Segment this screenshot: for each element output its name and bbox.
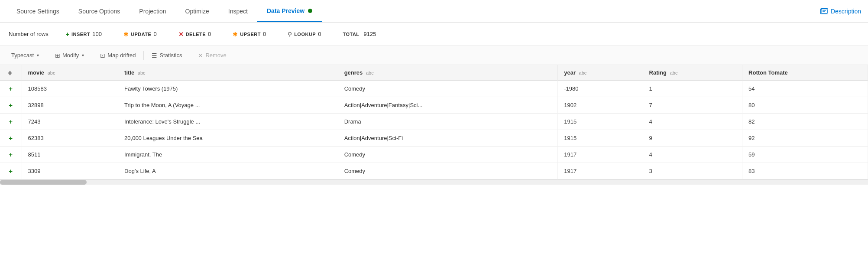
delete-key: DELETE [186,32,206,37]
total-key: TOTAL [343,32,359,37]
update-stat: ✱ UPDATE 0 [123,31,157,38]
cell-rotten: 82 [742,114,868,130]
col-header-rotten[interactable]: Rotton Tomate [742,65,868,81]
typecast-button[interactable]: Typecast ▾ [7,50,43,60]
insert-key: INSERT [71,32,90,37]
scroll-thumb[interactable] [0,180,87,185]
cell-rotten: 83 [742,163,868,179]
modify-button[interactable]: ⊞ Modify ▾ [51,50,88,61]
cell-year: -1980 [558,81,643,97]
nav-inspect[interactable]: Inspect [219,0,257,22]
typecast-chevron-icon: ▾ [37,53,39,58]
cell-year: 1917 [558,163,643,179]
nav-source-settings[interactable]: Source Settings [7,0,69,22]
description-button[interactable]: Description [820,8,861,15]
row-insert-icon: + [9,85,13,92]
col-title-type: abc [138,70,146,75]
cell-genres: Comedy [338,147,558,163]
typecast-label: Typecast [11,52,34,59]
cell-movie: 3309 [22,163,118,179]
insert-val: 100 [92,31,102,37]
table-row: +32898Trip to the Moon, A (Voyage ...Act… [0,97,868,114]
update-icon: ✱ [123,31,129,38]
toolbar-divider-4 [190,51,190,60]
row-action-cell[interactable]: + [0,147,22,163]
col-movie-type: abc [48,70,55,75]
cell-movie: 7243 [22,114,118,130]
svg-rect-0 [821,9,827,13]
row-action-cell[interactable]: + [0,163,22,179]
cell-title: 20,000 Leagues Under the Sea [118,130,338,147]
map-drifted-label: Map drifted [107,52,136,59]
horizontal-scrollbar[interactable] [0,179,868,185]
col-header-genres[interactable]: genres abc [338,65,558,81]
remove-button[interactable]: ✕ Remove [194,50,230,61]
cell-title: Intolerance: Love's Struggle ... [118,114,338,130]
update-val: 0 [153,31,156,37]
cell-movie: 8511 [22,147,118,163]
toolbar-divider-3 [143,51,144,60]
update-key: UPDATE [131,32,151,37]
map-drifted-button[interactable]: ⊡ Map drifted [96,50,140,61]
cell-rating: 3 [643,163,742,179]
insert-stat: + INSERT 100 [66,31,102,38]
cell-rating: 7 [643,97,742,114]
col-header-movie[interactable]: movie abc [22,65,118,81]
cell-year: 1917 [558,147,643,163]
statistics-icon: ☰ [152,52,157,59]
col-header-year[interactable]: year abc [558,65,643,81]
cell-genres: Comedy [338,81,558,97]
insert-icon: + [66,31,69,38]
col-header-rating[interactable]: Rating abc [643,65,742,81]
row-action-cell[interactable]: + [0,97,22,114]
remove-label: Remove [205,52,226,59]
row-action-cell[interactable]: + [0,130,22,147]
nav-optimize[interactable]: Optimize [176,0,219,22]
table-row: +3309Dog's Life, AComedy1917383 [0,163,868,179]
total-val: 9125 [364,31,376,37]
cell-title: Fawlty Towers (1975) [118,81,338,97]
row-action-cell[interactable]: + [0,81,22,97]
data-table-container: movie abc title abc genres abc year abc … [0,65,868,179]
cell-rotten: 92 [742,130,868,147]
cell-genres: Drama [338,114,558,130]
cell-rating: 4 [643,147,742,163]
lookup-icon: ⚲ [288,31,292,38]
col-rating-type: abc [670,70,678,75]
col-rotten-label: Rotton Tomate [748,69,788,76]
upsert-stat: ✱ UPSERT 0 [233,31,266,38]
cell-title: Immigrant, The [118,147,338,163]
sort-icon [8,71,12,75]
cell-rating: 4 [643,114,742,130]
nav-source-options[interactable]: Source Options [69,0,130,22]
data-table: movie abc title abc genres abc year abc … [0,65,868,179]
table-row: +7243Intolerance: Love's Struggle ...Dra… [0,114,868,130]
stats-label: Number of rows [9,31,49,37]
nav-data-preview[interactable]: Data Preview [257,0,322,22]
delete-val: 0 [208,31,211,37]
cell-rotten: 54 [742,81,868,97]
upsert-val: 0 [263,31,266,37]
table-body: +108583Fawlty Towers (1975)Comedy-198015… [0,81,868,179]
col-genres-label: genres [344,69,363,76]
description-icon [820,8,828,14]
modify-label: Modify [62,52,79,59]
col-movie-label: movie [28,69,45,76]
top-nav: Source Settings Source Options Projectio… [0,0,868,23]
cell-rotten: 80 [742,97,868,114]
col-header-action [0,65,22,81]
modify-chevron-icon: ▾ [82,53,84,58]
toolbar-divider-1 [47,51,47,60]
statistics-button[interactable]: ☰ Statistics [147,50,186,61]
col-header-title[interactable]: title abc [118,65,338,81]
delete-stat: ✕ DELETE 0 [178,31,211,38]
total-stat: TOTAL 9125 [343,31,376,37]
nav-projection[interactable]: Projection [130,0,175,22]
row-action-cell[interactable]: + [0,114,22,130]
upsert-icon: ✱ [233,31,238,38]
cell-genres: Action|Adventure|Fantasy|Sci... [338,97,558,114]
toolbar-divider-2 [92,51,92,60]
cell-movie: 108583 [22,81,118,97]
cell-movie: 32898 [22,97,118,114]
col-genres-type: abc [366,70,374,75]
